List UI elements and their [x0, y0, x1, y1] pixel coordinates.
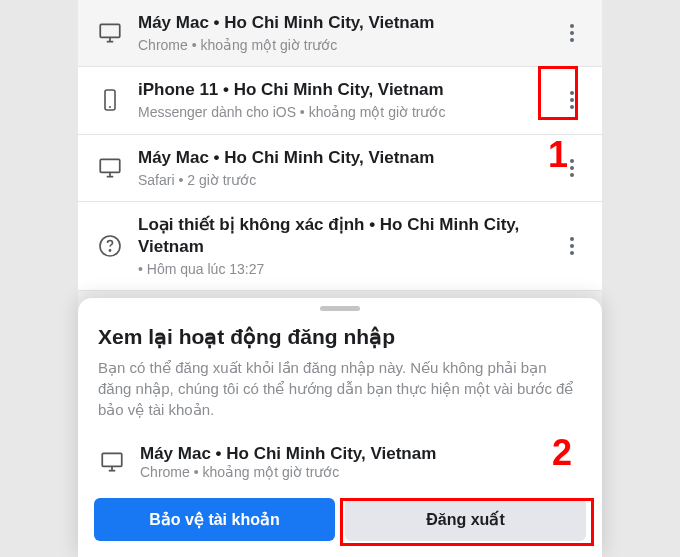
svg-rect-5	[100, 159, 120, 172]
more-menu-button[interactable]	[560, 80, 584, 120]
sheet-device-subtitle: Chrome • khoảng một giờ trước	[140, 464, 582, 480]
device-list: Máy Mac • Ho Chi Minh City, Vietnam Chro…	[78, 0, 602, 291]
more-menu-button[interactable]	[560, 226, 584, 266]
sheet-device-title: Máy Mac • Ho Chi Minh City, Vietnam	[140, 444, 582, 464]
more-menu-button[interactable]	[560, 148, 584, 188]
svg-rect-10	[102, 453, 122, 466]
device-info: Loại thiết bị không xác định • Ho Chi Mi…	[138, 214, 560, 278]
device-row[interactable]: iPhone 11 • Ho Chi Minh City, Vietnam Me…	[78, 67, 602, 134]
protect-account-button[interactable]: Bảo vệ tài khoản	[94, 498, 335, 541]
device-info: Máy Mac • Ho Chi Minh City, Vietnam Safa…	[138, 147, 560, 189]
device-subtitle: Safari • 2 giờ trước	[138, 171, 560, 189]
more-menu-button[interactable]	[560, 13, 584, 53]
sheet-description: Bạn có thể đăng xuất khỏi lần đăng nhập …	[78, 357, 602, 436]
device-row[interactable]: Máy Mac • Ho Chi Minh City, Vietnam Chro…	[78, 0, 602, 67]
more-icon	[570, 91, 574, 109]
device-title: iPhone 11 • Ho Chi Minh City, Vietnam	[138, 79, 560, 101]
device-subtitle: Chrome • khoảng một giờ trước	[138, 36, 560, 54]
device-info: iPhone 11 • Ho Chi Minh City, Vietnam Me…	[138, 79, 560, 121]
sheet-handle[interactable]	[320, 306, 360, 311]
sheet-device-info: Máy Mac • Ho Chi Minh City, Vietnam Chro…	[140, 444, 582, 480]
device-info: Máy Mac • Ho Chi Minh City, Vietnam Chro…	[138, 12, 560, 54]
sheet-buttons: Bảo vệ tài khoản Đăng xuất	[78, 498, 602, 541]
desktop-icon	[98, 448, 126, 476]
desktop-icon	[96, 154, 124, 182]
action-sheet: Xem lại hoạt động đăng nhập Bạn có thể đ…	[78, 298, 602, 557]
desktop-icon	[96, 19, 124, 47]
svg-point-9	[109, 250, 110, 251]
device-subtitle: • Hôm qua lúc 13:27	[138, 260, 560, 278]
svg-rect-0	[100, 24, 120, 37]
device-title: Máy Mac • Ho Chi Minh City, Vietnam	[138, 12, 560, 34]
more-icon	[570, 159, 574, 177]
device-row[interactable]: Máy Mac • Ho Chi Minh City, Vietnam Safa…	[78, 135, 602, 202]
device-title: Máy Mac • Ho Chi Minh City, Vietnam	[138, 147, 560, 169]
phone-icon	[96, 86, 124, 114]
sheet-device-row: Máy Mac • Ho Chi Minh City, Vietnam Chro…	[78, 436, 602, 498]
device-row[interactable]: Loại thiết bị không xác định • Ho Chi Mi…	[78, 202, 602, 291]
unknown-device-icon	[96, 232, 124, 260]
more-icon	[570, 237, 574, 255]
device-subtitle: Messenger dành cho iOS • khoảng một giờ …	[138, 103, 560, 121]
sheet-title: Xem lại hoạt động đăng nhập	[78, 325, 602, 357]
more-icon	[570, 24, 574, 42]
device-title: Loại thiết bị không xác định • Ho Chi Mi…	[138, 214, 560, 258]
logout-button[interactable]: Đăng xuất	[345, 498, 586, 541]
